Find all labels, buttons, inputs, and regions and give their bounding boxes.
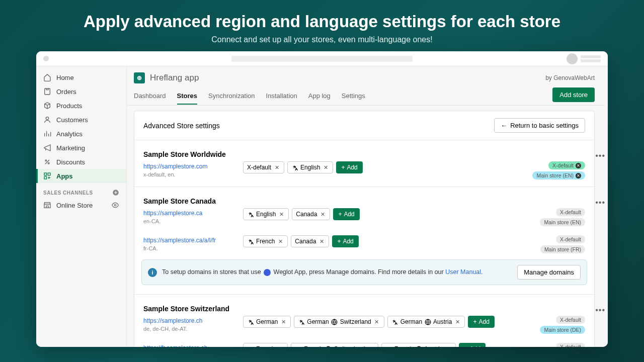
lang-chip[interactable]: Canada✕ bbox=[292, 208, 330, 220]
tag-xdef[interactable]: X-default bbox=[556, 316, 585, 324]
tag-xdef[interactable]: X-default bbox=[556, 343, 585, 347]
sidebar-item-analytics[interactable]: Analytics bbox=[36, 127, 126, 141]
avatar bbox=[567, 53, 578, 64]
tag-main[interactable]: Main store (DE) bbox=[540, 326, 585, 334]
lang-chip[interactable]: GermanSwitzerland✕ bbox=[294, 316, 384, 328]
tab-settings[interactable]: Settings bbox=[342, 88, 365, 105]
svg-point-8 bbox=[114, 204, 116, 206]
sidebar-item-apps[interactable]: Apps bbox=[36, 169, 126, 183]
remove-chip-icon[interactable]: ✕ bbox=[373, 318, 380, 325]
eye-icon[interactable] bbox=[111, 201, 119, 209]
orders-icon bbox=[43, 87, 51, 96]
remove-chip-icon[interactable]: ✕ bbox=[367, 345, 374, 347]
sidebar-item-marketing[interactable]: Marketing bbox=[36, 141, 126, 155]
store-codes: fr-CA. bbox=[143, 245, 239, 251]
svg-point-1 bbox=[46, 117, 48, 120]
hero-subtitle: Connect and set up all your stores, even… bbox=[0, 35, 644, 44]
tab-synchronization[interactable]: Synchronization bbox=[208, 88, 255, 105]
lang-chip[interactable]: Canada✕ bbox=[291, 235, 329, 247]
remove-chip-icon[interactable]: ✕ bbox=[319, 211, 326, 218]
remove-chip-icon[interactable]: ✕ bbox=[277, 345, 284, 347]
globe-icon bbox=[415, 345, 422, 347]
sidebar-item-online-store[interactable]: Online Store bbox=[36, 198, 126, 212]
store-codes: en-CA. bbox=[143, 218, 239, 224]
remove-chip-icon[interactable]: ✕ bbox=[277, 238, 284, 245]
tag-main[interactable]: Main store (EN) bbox=[540, 218, 585, 226]
sidebar-item-discounts[interactable]: Discounts bbox=[36, 155, 126, 169]
remove-chip-icon[interactable]: ✕ bbox=[273, 164, 280, 171]
return-button[interactable]: ← Return to basic settings bbox=[494, 118, 585, 133]
store-menu-icon[interactable]: ••• bbox=[595, 198, 605, 207]
remove-chip-icon[interactable]: ✕ bbox=[454, 318, 461, 325]
lang-chip[interactable]: FrenchSwitzerland✕ bbox=[291, 343, 378, 347]
plus-icon: + bbox=[341, 164, 345, 171]
tag-xdef[interactable]: X-default bbox=[556, 208, 585, 216]
store-menu-icon[interactable]: ••• bbox=[595, 151, 605, 160]
tab-dashboard[interactable]: Dashboard bbox=[134, 88, 166, 105]
user-lines bbox=[581, 55, 601, 62]
add-lang-button[interactable]: + Add bbox=[468, 316, 494, 328]
sidebar-item-customers[interactable]: Customers bbox=[36, 113, 126, 127]
manage-domains-button[interactable]: Manage domains bbox=[517, 265, 581, 280]
add-lang-button[interactable]: + Add bbox=[332, 235, 358, 247]
remove-chip-icon[interactable]: ✕ bbox=[318, 238, 325, 245]
tab-installation[interactable]: Installation bbox=[266, 88, 297, 105]
info-icon: i bbox=[148, 268, 157, 277]
apps-icon bbox=[43, 172, 51, 180]
remove-tag-icon[interactable]: ✕ bbox=[576, 163, 581, 168]
arrow-left-icon: ← bbox=[501, 122, 507, 129]
store-block: Sample Store Worldwide•••https://samples… bbox=[134, 140, 594, 187]
tag-xdef[interactable]: X-default✕ bbox=[548, 161, 585, 169]
store-url[interactable]: https://samplestore.ca/a/l/fr bbox=[143, 237, 216, 244]
user-manual-link[interactable]: User Manual. bbox=[445, 268, 482, 276]
translate-icon bbox=[291, 164, 298, 171]
sidebar-item-home[interactable]: Home bbox=[36, 70, 126, 84]
tag-main[interactable]: Main store (FR) bbox=[540, 245, 585, 253]
sidebar-item-orders[interactable]: Orders bbox=[36, 84, 126, 99]
remove-tag-icon[interactable]: ✕ bbox=[576, 173, 581, 178]
app-logo: ⊕ bbox=[134, 72, 145, 83]
remove-chip-icon[interactable]: ✕ bbox=[278, 211, 285, 218]
translate-icon bbox=[247, 211, 254, 218]
byline: by GenovaWebArt bbox=[545, 74, 595, 81]
store-codes: de, de-CH, de-AT. bbox=[143, 326, 239, 332]
window-dot bbox=[43, 56, 49, 61]
tag-xdef[interactable]: X-default bbox=[556, 235, 585, 243]
translate-icon bbox=[247, 238, 254, 245]
plus-icon: + bbox=[337, 238, 341, 245]
tab-app log[interactable]: App log bbox=[308, 88, 331, 105]
titlebar bbox=[36, 51, 608, 66]
store-url[interactable]: https://samplestore.com bbox=[143, 163, 207, 170]
remove-chip-icon[interactable]: ✕ bbox=[280, 318, 287, 325]
lang-chip[interactable]: French✕ bbox=[243, 235, 288, 247]
add-channel-icon[interactable] bbox=[112, 189, 119, 196]
lang-chip[interactable]: FrenchAustria✕ bbox=[381, 343, 456, 347]
lang-chip[interactable]: German✕ bbox=[243, 316, 291, 328]
add-store-button[interactable]: Add store bbox=[552, 87, 595, 102]
sidebar-item-products[interactable]: Products bbox=[36, 99, 126, 113]
lang-chip[interactable]: French✕ bbox=[243, 343, 288, 347]
tag-main[interactable]: Main store (EN)✕ bbox=[532, 171, 585, 179]
card-title: Advanced Store settings bbox=[143, 122, 220, 130]
globe-icon bbox=[325, 345, 332, 347]
plus-icon: + bbox=[338, 211, 342, 218]
remove-chip-icon[interactable]: ✕ bbox=[445, 345, 452, 347]
store-url[interactable]: https://samplestore.ca bbox=[143, 210, 202, 217]
add-lang-button[interactable]: + Add bbox=[336, 161, 362, 173]
marketing-icon bbox=[43, 144, 51, 152]
lang-chip[interactable]: X-default✕ bbox=[243, 161, 284, 173]
home-icon bbox=[43, 73, 51, 81]
lang-chip[interactable]: English✕ bbox=[287, 161, 333, 173]
store-menu-icon[interactable]: ••• bbox=[595, 306, 605, 315]
translate-icon bbox=[385, 345, 392, 347]
lang-chip[interactable]: GermanAustria✕ bbox=[387, 316, 465, 328]
lang-chip[interactable]: English✕ bbox=[243, 208, 289, 220]
app-title: Hreflang app bbox=[150, 73, 199, 83]
add-lang-button[interactable]: + Add bbox=[333, 208, 359, 220]
store-url[interactable]: https://samplestore.ch bbox=[143, 317, 202, 324]
remove-chip-icon[interactable]: ✕ bbox=[322, 164, 329, 171]
tab-stores[interactable]: Stores bbox=[177, 88, 197, 105]
store-url[interactable]: https://fr.samplestore.ch bbox=[143, 344, 207, 347]
add-lang-button[interactable]: + Add bbox=[459, 343, 485, 347]
sidebar: HomeOrdersProductsCustomersAnalyticsMark… bbox=[36, 66, 127, 347]
